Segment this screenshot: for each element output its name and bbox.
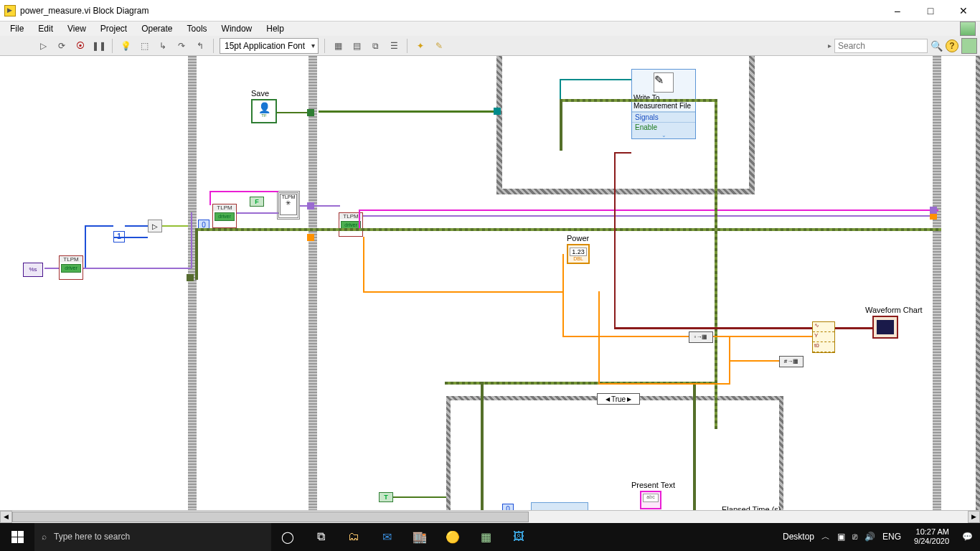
horizontal-scrollbar[interactable]: ◀ ▶: [0, 510, 980, 522]
menu-view[interactable]: View: [62, 22, 92, 35]
false-constant[interactable]: F: [250, 197, 264, 207]
waveform-label: Waveform Chart: [865, 306, 923, 314]
run-continuous-button[interactable]: ⟳: [55, 39, 69, 53]
tray-notifications-icon[interactable]: 💬: [962, 532, 973, 542]
express-signals[interactable]: Signals: [632, 112, 695, 122]
string-format-node[interactable]: %s: [23, 263, 43, 277]
taskbar-search-hint: Type here to search: [54, 532, 130, 542]
const-zero-2[interactable]: 0: [502, 504, 514, 510]
taskbar-taskview[interactable]: ⧉: [304, 522, 337, 551]
build-array-node[interactable]: ▫→▦: [689, 331, 713, 343]
tray-date: 9/24/2020: [914, 537, 949, 546]
font-selector[interactable]: 15pt Application Font: [220, 38, 319, 54]
lightbulb-icon[interactable]: 💡: [118, 39, 133, 53]
align-button[interactable]: ▦: [331, 39, 345, 53]
abort-button[interactable]: ⦿: [73, 39, 88, 53]
tunnel: [187, 274, 194, 281]
step-over-button[interactable]: ↷: [174, 39, 189, 53]
tunnel: [930, 207, 937, 214]
tray-language[interactable]: ENG: [882, 532, 901, 542]
to-array-node[interactable]: #→▦: [779, 356, 804, 367]
scroll-thumb[interactable]: [12, 512, 529, 522]
context-help-button[interactable]: ?: [946, 39, 958, 52]
wire: [598, 383, 730, 385]
menu-tools[interactable]: Tools: [182, 22, 213, 35]
pause-button[interactable]: ❚❚: [92, 39, 106, 53]
case-structure[interactable]: [446, 396, 783, 510]
tunnel: [307, 234, 314, 241]
bundle-node[interactable]: ∿ Y t0: [812, 321, 835, 353]
system-tray: Desktop ︿ ▣ ⎚ 🔊 ENG 10:27 AM 9/24/2020 💬: [776, 527, 980, 546]
search-caret-icon[interactable]: ▸: [828, 42, 831, 50]
tray-chevron-up-icon[interactable]: ︿: [821, 531, 830, 543]
distribute-button[interactable]: ▤: [349, 39, 364, 53]
write-measurement-file-node[interactable]: ✎ Write To Measurement File Signals Enab…: [631, 69, 696, 139]
wire: [363, 291, 564, 293]
wire: [715, 99, 717, 429]
run-button[interactable]: ▷: [36, 39, 50, 53]
tlpm-driver-label-2: driver: [215, 212, 235, 221]
tlpm-node-1[interactable]: driver: [59, 255, 83, 280]
windows-logo-icon: [11, 531, 24, 543]
taskbar-chrome[interactable]: 🟡: [436, 522, 469, 551]
power-indicator[interactable]: 1.23 DBL: [567, 244, 590, 264]
tray-volume-icon[interactable]: 🔊: [864, 532, 875, 542]
connector-pane-icon[interactable]: [961, 38, 977, 54]
taskbar-explorer[interactable]: 🗂: [337, 522, 370, 551]
search-input[interactable]: [834, 39, 928, 53]
reorder-button[interactable]: ☰: [387, 39, 401, 53]
tray-wifi-icon[interactable]: ⎚: [852, 532, 857, 542]
case-inner-node[interactable]: [531, 502, 588, 510]
menu-edit[interactable]: Edit: [32, 22, 59, 35]
greater-than-node[interactable]: ▷: [148, 220, 162, 232]
cleanup-button[interactable]: ✦: [413, 39, 428, 53]
scroll-track[interactable]: [12, 511, 968, 523]
vi-icon[interactable]: [960, 22, 976, 36]
wire: [598, 291, 600, 385]
present-text-terminal[interactable]: abc: [640, 491, 661, 509]
wire: [85, 225, 86, 268]
taskbar-labview[interactable]: ▦: [469, 522, 502, 551]
start-button[interactable]: [0, 522, 34, 551]
block-diagram-canvas[interactable]: %s driver 1 ▷ 0 driver F TLPM ✳ driver: [0, 56, 980, 510]
wire: [319, 110, 496, 113]
taskbar-search[interactable]: ⌕ Type here to search: [34, 522, 271, 551]
tray-battery-icon[interactable]: ▣: [837, 532, 845, 542]
tray-clock[interactable]: 10:27 AM 9/24/2020: [908, 527, 955, 546]
search-icon[interactable]: 🔍: [930, 40, 943, 52]
close-button[interactable]: ✕: [947, 0, 980, 22]
menu-project[interactable]: Project: [95, 22, 133, 35]
clean-wire-button[interactable]: ✎: [432, 39, 446, 53]
menu-window[interactable]: Window: [216, 22, 258, 35]
wire: [562, 336, 689, 337]
sequence-divider-1: [188, 56, 197, 510]
express-enable[interactable]: Enable: [632, 122, 695, 132]
tray-desktop-label[interactable]: Desktop: [783, 532, 814, 542]
taskbar-cortana[interactable]: ◯: [271, 522, 304, 551]
menu-file[interactable]: File: [4, 22, 29, 35]
scroll-right-arrow[interactable]: ▶: [968, 511, 980, 523]
taskbar-store[interactable]: 🏬: [403, 522, 436, 551]
menu-help[interactable]: Help: [260, 22, 290, 35]
resize-button[interactable]: ⧉: [368, 39, 382, 53]
true-constant[interactable]: T: [379, 492, 393, 502]
menu-operate[interactable]: Operate: [136, 22, 178, 35]
express-title: Write To Measurement File: [633, 94, 694, 110]
bundle-slot-t0: t0: [813, 342, 834, 352]
taskbar-mail[interactable]: ✉: [370, 522, 403, 551]
maximize-button[interactable]: □: [914, 0, 947, 22]
tlpm-node-3[interactable]: TLPM ✳: [280, 194, 297, 215]
minimize-button[interactable]: –: [881, 0, 914, 22]
taskbar-photos[interactable]: 🖼: [502, 522, 535, 551]
tlpm-node-2[interactable]: driver: [212, 204, 237, 228]
step-into-button[interactable]: ↳: [156, 39, 170, 53]
waveform-chart-terminal[interactable]: [872, 316, 898, 339]
wire: [237, 212, 278, 214]
step-out-button[interactable]: ↰: [193, 39, 207, 53]
scroll-left-arrow[interactable]: ◀: [0, 511, 12, 523]
font-label: 15pt Application Font: [225, 41, 305, 51]
elapsed-time-label: Elapsed Time (s): [722, 505, 781, 510]
case-selector[interactable]: True: [597, 393, 640, 405]
retain-wire-button[interactable]: ⬚: [137, 39, 151, 53]
present-text-abc: abc: [643, 494, 659, 502]
